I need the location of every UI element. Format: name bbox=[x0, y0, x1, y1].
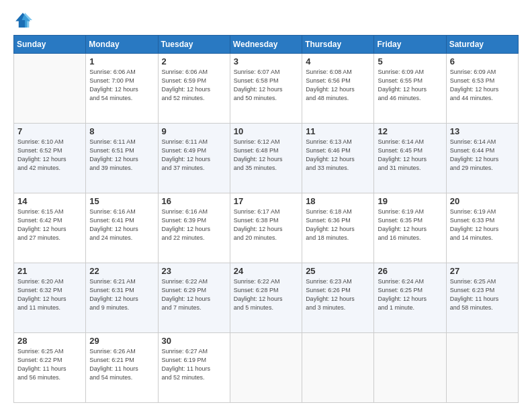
calendar-cell: 30Sunrise: 6:27 AM Sunset: 6:19 PM Dayli… bbox=[158, 333, 230, 403]
calendar-cell: 12Sunrise: 6:14 AM Sunset: 6:45 PM Dayli… bbox=[374, 124, 446, 193]
calendar-week-row: 21Sunrise: 6:20 AM Sunset: 6:32 PM Dayli… bbox=[14, 263, 519, 333]
header bbox=[13, 11, 519, 30]
calendar-day-header: Wednesday bbox=[230, 36, 302, 54]
cell-info: Sunrise: 6:10 AM Sunset: 6:52 PM Dayligh… bbox=[17, 138, 82, 173]
day-number: 10 bbox=[234, 126, 298, 136]
cell-info: Sunrise: 6:11 AM Sunset: 6:51 PM Dayligh… bbox=[89, 138, 154, 173]
calendar-cell: 23Sunrise: 6:22 AM Sunset: 6:29 PM Dayli… bbox=[158, 263, 230, 333]
cell-info: Sunrise: 6:21 AM Sunset: 6:31 PM Dayligh… bbox=[89, 277, 154, 312]
calendar-cell: 27Sunrise: 6:25 AM Sunset: 6:23 PM Dayli… bbox=[446, 263, 518, 333]
day-number: 9 bbox=[162, 126, 226, 136]
calendar-week-row: 1Sunrise: 6:06 AM Sunset: 7:00 PM Daylig… bbox=[14, 54, 519, 124]
calendar-cell: 15Sunrise: 6:16 AM Sunset: 6:41 PM Dayli… bbox=[86, 193, 158, 263]
calendar-cell: 2Sunrise: 6:06 AM Sunset: 6:59 PM Daylig… bbox=[158, 54, 230, 124]
cell-info: Sunrise: 6:20 AM Sunset: 6:32 PM Dayligh… bbox=[17, 277, 82, 312]
day-number: 5 bbox=[378, 56, 442, 66]
calendar-table: SundayMondayTuesdayWednesdayThursdayFrid… bbox=[13, 35, 519, 403]
cell-info: Sunrise: 6:23 AM Sunset: 6:26 PM Dayligh… bbox=[306, 277, 370, 312]
logo-icon bbox=[13, 11, 32, 30]
day-number: 8 bbox=[89, 126, 154, 136]
day-number: 24 bbox=[234, 266, 298, 276]
cell-info: Sunrise: 6:19 AM Sunset: 6:35 PM Dayligh… bbox=[378, 208, 442, 242]
calendar-cell: 9Sunrise: 6:11 AM Sunset: 6:49 PM Daylig… bbox=[158, 124, 230, 193]
calendar-cell: 28Sunrise: 6:25 AM Sunset: 6:22 PM Dayli… bbox=[14, 333, 86, 403]
calendar-cell: 3Sunrise: 6:07 AM Sunset: 6:58 PM Daylig… bbox=[230, 54, 302, 124]
day-number: 20 bbox=[450, 196, 515, 206]
calendar-cell bbox=[446, 333, 518, 403]
calendar-day-header: Tuesday bbox=[158, 36, 230, 54]
cell-info: Sunrise: 6:17 AM Sunset: 6:38 PM Dayligh… bbox=[234, 208, 298, 242]
calendar-cell: 6Sunrise: 6:09 AM Sunset: 6:53 PM Daylig… bbox=[446, 54, 518, 124]
cell-info: Sunrise: 6:09 AM Sunset: 6:55 PM Dayligh… bbox=[378, 68, 442, 103]
day-number: 19 bbox=[378, 196, 442, 206]
calendar-cell bbox=[14, 54, 86, 124]
calendar-cell: 4Sunrise: 6:08 AM Sunset: 6:56 PM Daylig… bbox=[302, 54, 374, 124]
cell-info: Sunrise: 6:07 AM Sunset: 6:58 PM Dayligh… bbox=[234, 68, 298, 103]
calendar-cell bbox=[302, 333, 374, 403]
calendar-cell: 19Sunrise: 6:19 AM Sunset: 6:35 PM Dayli… bbox=[374, 193, 446, 263]
cell-info: Sunrise: 6:22 AM Sunset: 6:29 PM Dayligh… bbox=[162, 277, 226, 312]
calendar-cell: 21Sunrise: 6:20 AM Sunset: 6:32 PM Dayli… bbox=[14, 263, 86, 333]
day-number: 7 bbox=[17, 126, 82, 136]
day-number: 11 bbox=[306, 126, 370, 136]
calendar-cell: 22Sunrise: 6:21 AM Sunset: 6:31 PM Dayli… bbox=[86, 263, 158, 333]
day-number: 15 bbox=[89, 196, 154, 206]
cell-info: Sunrise: 6:06 AM Sunset: 6:59 PM Dayligh… bbox=[162, 68, 226, 103]
cell-info: Sunrise: 6:16 AM Sunset: 6:41 PM Dayligh… bbox=[89, 208, 154, 242]
cell-info: Sunrise: 6:06 AM Sunset: 7:00 PM Dayligh… bbox=[89, 68, 154, 103]
calendar-cell: 26Sunrise: 6:24 AM Sunset: 6:25 PM Dayli… bbox=[374, 263, 446, 333]
cell-info: Sunrise: 6:14 AM Sunset: 6:45 PM Dayligh… bbox=[378, 138, 442, 173]
calendar-cell bbox=[230, 333, 302, 403]
cell-info: Sunrise: 6:14 AM Sunset: 6:44 PM Dayligh… bbox=[450, 138, 515, 173]
calendar-day-header: Sunday bbox=[14, 36, 86, 54]
cell-info: Sunrise: 6:08 AM Sunset: 6:56 PM Dayligh… bbox=[306, 68, 370, 103]
page: SundayMondayTuesdayWednesdayThursdayFrid… bbox=[0, 0, 532, 411]
calendar-cell: 25Sunrise: 6:23 AM Sunset: 6:26 PM Dayli… bbox=[302, 263, 374, 333]
calendar-cell bbox=[374, 333, 446, 403]
calendar-cell: 1Sunrise: 6:06 AM Sunset: 7:00 PM Daylig… bbox=[86, 54, 158, 124]
cell-info: Sunrise: 6:16 AM Sunset: 6:39 PM Dayligh… bbox=[162, 208, 226, 242]
day-number: 18 bbox=[306, 196, 370, 206]
calendar-cell: 17Sunrise: 6:17 AM Sunset: 6:38 PM Dayli… bbox=[230, 193, 302, 263]
day-number: 17 bbox=[234, 196, 298, 206]
calendar-cell: 7Sunrise: 6:10 AM Sunset: 6:52 PM Daylig… bbox=[14, 124, 86, 193]
calendar-week-row: 7Sunrise: 6:10 AM Sunset: 6:52 PM Daylig… bbox=[14, 124, 519, 193]
cell-info: Sunrise: 6:13 AM Sunset: 6:46 PM Dayligh… bbox=[306, 138, 370, 173]
day-number: 30 bbox=[162, 336, 226, 346]
day-number: 27 bbox=[450, 266, 515, 276]
calendar-cell: 20Sunrise: 6:19 AM Sunset: 6:33 PM Dayli… bbox=[446, 193, 518, 263]
cell-info: Sunrise: 6:12 AM Sunset: 6:48 PM Dayligh… bbox=[234, 138, 298, 173]
cell-info: Sunrise: 6:11 AM Sunset: 6:49 PM Dayligh… bbox=[162, 138, 226, 173]
calendar-day-header: Thursday bbox=[302, 36, 374, 54]
day-number: 22 bbox=[89, 266, 154, 276]
calendar-cell: 13Sunrise: 6:14 AM Sunset: 6:44 PM Dayli… bbox=[446, 124, 518, 193]
calendar-cell: 16Sunrise: 6:16 AM Sunset: 6:39 PM Dayli… bbox=[158, 193, 230, 263]
calendar-cell: 8Sunrise: 6:11 AM Sunset: 6:51 PM Daylig… bbox=[86, 124, 158, 193]
calendar-cell: 5Sunrise: 6:09 AM Sunset: 6:55 PM Daylig… bbox=[374, 54, 446, 124]
cell-info: Sunrise: 6:19 AM Sunset: 6:33 PM Dayligh… bbox=[450, 208, 515, 242]
calendar-day-header: Saturday bbox=[446, 36, 518, 54]
calendar-week-row: 28Sunrise: 6:25 AM Sunset: 6:22 PM Dayli… bbox=[14, 333, 519, 403]
day-number: 25 bbox=[306, 266, 370, 276]
day-number: 12 bbox=[378, 126, 442, 136]
day-number: 21 bbox=[17, 266, 82, 276]
day-number: 26 bbox=[378, 266, 442, 276]
day-number: 6 bbox=[450, 56, 515, 66]
cell-info: Sunrise: 6:24 AM Sunset: 6:25 PM Dayligh… bbox=[378, 277, 442, 312]
day-number: 28 bbox=[17, 336, 82, 346]
calendar-week-row: 14Sunrise: 6:15 AM Sunset: 6:42 PM Dayli… bbox=[14, 193, 519, 263]
calendar-header-row: SundayMondayTuesdayWednesdayThursdayFrid… bbox=[14, 36, 519, 54]
cell-info: Sunrise: 6:09 AM Sunset: 6:53 PM Dayligh… bbox=[450, 68, 515, 103]
cell-info: Sunrise: 6:27 AM Sunset: 6:19 PM Dayligh… bbox=[162, 347, 226, 382]
cell-info: Sunrise: 6:22 AM Sunset: 6:28 PM Dayligh… bbox=[234, 277, 298, 312]
calendar-cell: 29Sunrise: 6:26 AM Sunset: 6:21 PM Dayli… bbox=[86, 333, 158, 403]
logo bbox=[13, 11, 35, 30]
day-number: 16 bbox=[162, 196, 226, 206]
day-number: 29 bbox=[89, 336, 154, 346]
calendar-day-header: Friday bbox=[374, 36, 446, 54]
calendar-cell: 11Sunrise: 6:13 AM Sunset: 6:46 PM Dayli… bbox=[302, 124, 374, 193]
calendar-cell: 24Sunrise: 6:22 AM Sunset: 6:28 PM Dayli… bbox=[230, 263, 302, 333]
day-number: 2 bbox=[162, 56, 226, 66]
calendar-cell: 14Sunrise: 6:15 AM Sunset: 6:42 PM Dayli… bbox=[14, 193, 86, 263]
day-number: 4 bbox=[306, 56, 370, 66]
